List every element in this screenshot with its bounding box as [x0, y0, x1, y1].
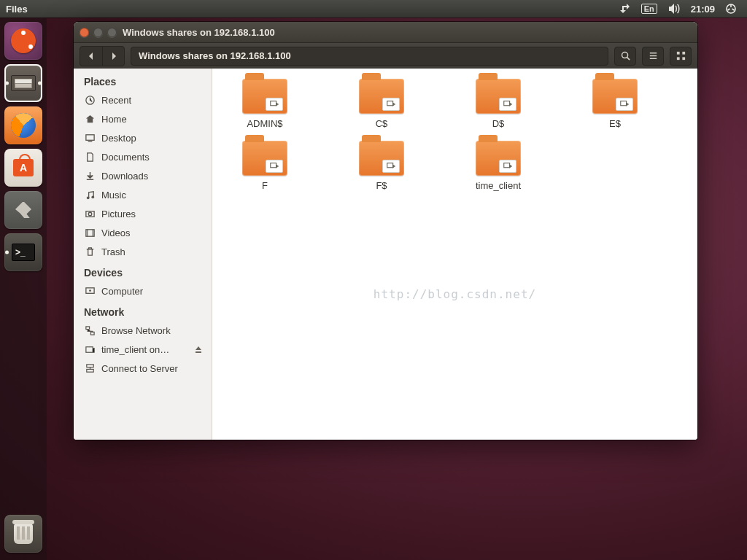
folder-item[interactable]: E$ [571, 79, 659, 129]
sidebar-item-connect-server[interactable]: Connect to Server [84, 359, 212, 378]
sidebar-item-documents[interactable]: Documents [84, 147, 212, 166]
places-sidebar: Places Recent Home Desktop Documents Dow… [74, 69, 212, 440]
network-share-folder-icon [359, 79, 404, 114]
svg-point-1 [622, 52, 627, 58]
sidebar-item-pictures[interactable]: Pictures [84, 204, 212, 223]
sound-indicator-icon[interactable] [667, 3, 681, 15]
window-minimize-button[interactable] [93, 28, 103, 37]
system-settings-launcher-icon[interactable] [4, 191, 42, 229]
window-titlebar[interactable]: Windows shares on 192.168.1.100 [74, 22, 697, 42]
files-window: Windows shares on 192.168.1.100 Windows … [74, 22, 697, 440]
firefox-launcher-icon[interactable] [4, 106, 42, 144]
view-list-button[interactable] [642, 47, 664, 66]
sidebar-item-recent[interactable]: Recent [84, 90, 212, 109]
svg-rect-20 [271, 101, 276, 106]
network-share-folder-icon [242, 79, 287, 114]
svg-rect-26 [504, 163, 510, 168]
icon-view[interactable]: ADMIN$C$D$E$FF$time_client http://blog.c… [212, 69, 697, 440]
network-share-folder-icon [476, 79, 521, 114]
svg-rect-24 [271, 163, 276, 168]
sidebar-item-computer[interactable]: Computer [84, 281, 212, 300]
terminal-launcher-icon[interactable]: >_ [4, 233, 42, 271]
home-icon [84, 113, 96, 125]
sidebar-devices-heading: Devices [84, 267, 212, 279]
folder-item[interactable]: time_client [454, 141, 542, 191]
location-bar-text: Windows shares on 192.168.1.100 [139, 50, 291, 61]
sidebar-item-mounted-share[interactable]: time_client on… [84, 340, 212, 359]
svg-rect-2 [676, 52, 679, 55]
svg-rect-19 [86, 369, 93, 372]
folder-label: ADMIN$ [247, 118, 282, 129]
top-menubar: Files En 21:09 [0, 0, 747, 18]
svg-rect-4 [676, 57, 679, 60]
folder-item[interactable]: F$ [338, 141, 425, 191]
svg-rect-23 [621, 101, 627, 106]
folder-item[interactable]: C$ [338, 79, 425, 129]
network-share-folder-icon [476, 141, 521, 176]
sidebar-item-videos[interactable]: Videos [84, 223, 212, 242]
network-share-folder-icon [242, 141, 287, 176]
svg-point-9 [91, 195, 94, 198]
svg-point-8 [86, 196, 89, 199]
folder-label: F [262, 180, 268, 191]
folder-label: C$ [376, 118, 388, 129]
session-indicator-icon[interactable] [725, 3, 737, 15]
connect-server-icon [84, 362, 96, 374]
svg-rect-16 [90, 332, 94, 335]
network-indicator-icon[interactable] [619, 3, 631, 15]
search-button[interactable] [614, 47, 636, 66]
trash-icon [84, 246, 96, 257]
documents-icon [84, 151, 96, 163]
pictures-icon [84, 208, 96, 219]
clock-indicator[interactable]: 21:09 [691, 4, 715, 15]
sidebar-item-music[interactable]: Music [84, 185, 212, 204]
view-grid-button[interactable] [670, 47, 692, 66]
svg-point-11 [88, 212, 92, 216]
sidebar-item-downloads[interactable]: Downloads [84, 166, 212, 185]
window-maximize-button[interactable] [107, 28, 117, 37]
sidebar-item-browse-network[interactable]: Browse Network [84, 321, 212, 340]
network-share-folder-icon [592, 79, 638, 114]
eject-icon[interactable] [194, 345, 203, 354]
unity-launcher: >_ [0, 18, 47, 560]
sidebar-network-heading: Network [84, 306, 212, 318]
share-mount-icon [84, 343, 96, 355]
svg-rect-25 [387, 163, 393, 168]
watermark-text: http://blog.csdn.net/ [374, 287, 536, 301]
svg-rect-5 [682, 57, 685, 60]
svg-rect-7 [85, 134, 93, 140]
software-center-launcher-icon[interactable] [4, 149, 42, 187]
forward-button[interactable] [102, 47, 124, 66]
sidebar-item-trash[interactable]: Trash [84, 242, 212, 261]
svg-rect-15 [85, 326, 89, 329]
sidebar-item-desktop[interactable]: Desktop [84, 128, 212, 147]
folder-label: E$ [609, 118, 621, 129]
svg-rect-22 [504, 101, 510, 106]
folder-item[interactable]: D$ [454, 79, 542, 129]
svg-rect-18 [86, 364, 93, 367]
keyboard-layout-indicator[interactable]: En [641, 4, 657, 14]
folder-label: F$ [376, 180, 387, 191]
window-title: Windows shares on 192.168.1.100 [123, 27, 275, 38]
svg-rect-21 [387, 101, 393, 106]
folder-item[interactable]: F [221, 141, 309, 191]
back-button[interactable] [80, 47, 102, 66]
downloads-icon [84, 170, 96, 182]
window-close-button[interactable] [80, 28, 89, 37]
network-share-folder-icon [359, 141, 404, 176]
folder-label: time_client [476, 180, 521, 191]
svg-rect-17 [85, 346, 92, 352]
folder-item[interactable]: ADMIN$ [221, 79, 309, 129]
location-bar[interactable]: Windows shares on 192.168.1.100 [131, 47, 608, 66]
sidebar-item-home[interactable]: Home [84, 109, 212, 128]
menubar-app-label[interactable]: Files [6, 4, 28, 15]
videos-icon [84, 227, 96, 238]
folder-label: D$ [492, 118, 505, 129]
files-launcher-icon[interactable] [4, 64, 42, 102]
dash-icon[interactable] [4, 22, 42, 60]
svg-point-14 [89, 289, 91, 292]
svg-rect-3 [682, 52, 685, 55]
clock-icon [84, 94, 96, 106]
desktop-icon [84, 132, 96, 144]
trash-launcher-icon[interactable] [4, 515, 42, 553]
